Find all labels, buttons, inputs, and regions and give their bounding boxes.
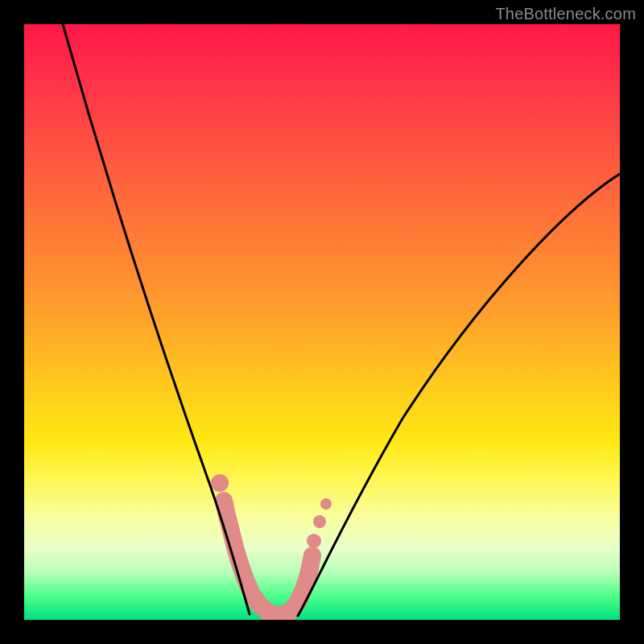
pink-dot-upper-right-2 bbox=[313, 515, 326, 528]
right-arm-curve bbox=[298, 174, 620, 616]
pink-dot-upper-right-3 bbox=[320, 498, 332, 510]
watermark-text: TheBottleneck.com bbox=[495, 5, 636, 23]
plot-area bbox=[24, 24, 620, 620]
chart-frame: TheBottleneck.com bbox=[0, 0, 644, 644]
pink-dot-upper-left bbox=[211, 474, 229, 492]
pink-dot-upper-right-1 bbox=[307, 534, 321, 548]
pink-valley-band bbox=[224, 501, 312, 615]
curves-layer bbox=[24, 24, 620, 620]
